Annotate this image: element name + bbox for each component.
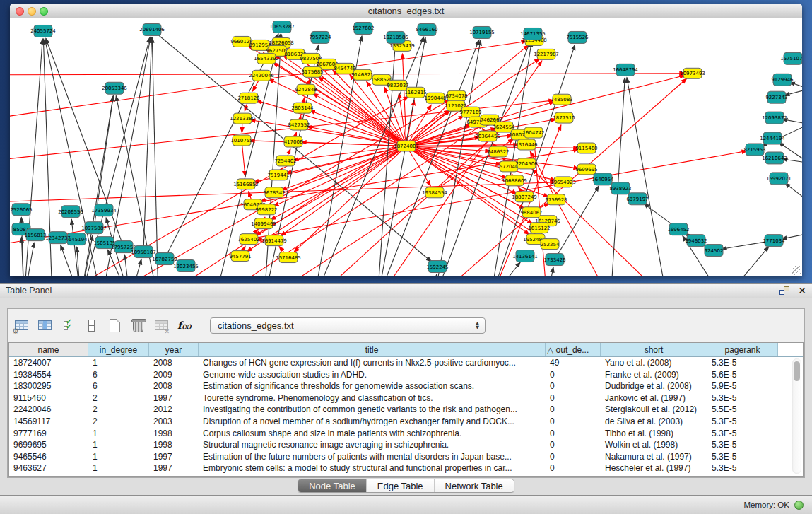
graph-node[interactable]: 1696452 <box>667 223 689 235</box>
graph-node[interactable]: 9115460 <box>575 143 597 153</box>
graph-node[interactable]: 7625402 <box>237 234 259 245</box>
graph-node[interactable]: 16543392 <box>254 53 279 64</box>
show-column-icon[interactable] <box>35 316 54 334</box>
graph-node[interactable]: 15716485 <box>276 252 301 263</box>
network-graph[interactable]: 1872400796601288912954182260589627509165… <box>10 18 802 276</box>
graph-node[interactable]: 24055724 <box>30 25 56 37</box>
column-header-out_de[interactable]: △ out_de... <box>546 343 601 356</box>
graph-node[interactable]: 9777169 <box>459 107 481 117</box>
column-header-pagerank[interactable]: pagerank <box>707 343 778 356</box>
close-panel-icon[interactable]: ✕ <box>798 286 806 296</box>
graph-node[interactable]: 1615122 <box>528 223 550 233</box>
graph-node[interactable]: 16210643 <box>762 152 787 164</box>
citation-edge-black[interactable] <box>71 219 81 276</box>
graph-node[interactable]: 1527602 <box>352 22 374 34</box>
tab-edge-table[interactable]: Edge Table <box>366 479 434 492</box>
column-header-year[interactable]: year <box>149 343 199 356</box>
function-builder-icon[interactable]: f(x) <box>175 316 194 334</box>
table-scrollbar-thumb[interactable] <box>794 361 800 381</box>
graph-node[interactable]: 10719155 <box>469 26 495 38</box>
citation-edge-black[interactable] <box>724 247 769 276</box>
graph-node[interactable]: 9998222 <box>255 204 277 215</box>
graph-node[interactable]: 1592245 <box>426 261 448 273</box>
graph-node[interactable]: 8938923 <box>609 182 631 194</box>
graph-node[interactable]: 8215953 <box>743 144 765 156</box>
graph-node[interactable]: 7254402 <box>274 156 296 166</box>
graph-node[interactable]: 1316446 <box>515 139 537 150</box>
graph-node[interactable]: 1162815 <box>404 87 426 98</box>
table-row[interactable]: 2242004622012Investigating the contribut… <box>9 404 792 416</box>
zoom-window-button[interactable] <box>40 7 48 16</box>
graph-node[interactable]: 8466160 <box>416 23 437 35</box>
graph-node[interactable]: 19654923 <box>551 177 576 187</box>
graph-node[interactable]: 6734078 <box>445 90 467 101</box>
graph-node[interactable]: 1640954 <box>592 173 614 185</box>
graph-node[interactable]: 9756928 <box>545 194 567 205</box>
graph-node[interactable]: 7486322 <box>487 146 509 157</box>
graph-node[interactable]: 12342737 <box>45 232 71 244</box>
graph-node[interactable]: 417006 <box>284 136 303 147</box>
graph-node[interactable]: 3175685 <box>301 66 323 77</box>
column-header-title[interactable]: title <box>199 343 546 356</box>
table-row[interactable]: 911546021997Tourette syndrome. Phenomeno… <box>9 392 792 404</box>
graph-node[interactable]: 1604742 <box>522 127 544 138</box>
graph-node[interactable]: 20053346 <box>102 82 127 94</box>
table-row[interactable]: 946362711997Embryonic stem cells: a mode… <box>9 462 792 474</box>
graph-node[interactable]: 14671355 <box>520 28 546 40</box>
graph-node[interactable]: 1877510 <box>553 112 575 123</box>
minimize-window-button[interactable] <box>28 7 36 16</box>
citation-edge-black[interactable] <box>377 37 425 276</box>
table-row[interactable]: 946554611997Estimation of the future num… <box>9 451 792 463</box>
graph-node[interactable]: 19384554 <box>422 187 447 198</box>
graph-node[interactable]: 9457791 <box>229 251 251 262</box>
graph-node[interactable]: 12023455 <box>173 260 199 272</box>
graph-node[interactable]: 7485083 <box>551 94 572 105</box>
graph-node[interactable]: 12217987 <box>534 49 559 59</box>
graph-node[interactable]: 1156813 <box>24 229 46 241</box>
graph-node[interactable]: 20691406 <box>139 23 165 35</box>
table-row[interactable]: 1830029562008Estimation of significance … <box>9 380 792 392</box>
graph-node[interactable]: 9822037 <box>387 80 408 90</box>
graph-node[interactable]: 2526065 <box>10 204 32 216</box>
graph-node[interactable]: 9699695 <box>575 164 597 175</box>
graph-node[interactable]: 5678342 <box>263 187 285 198</box>
column-header-name[interactable]: name <box>9 343 88 356</box>
graph-node[interactable]: 17359934 <box>91 204 117 216</box>
select-rows-icon[interactable]: ✔ ✔ <box>59 316 77 334</box>
graph-node[interactable]: 12093872 <box>762 112 787 124</box>
tab-network-table[interactable]: Network Table <box>434 479 514 492</box>
citation-edge-black[interactable] <box>24 243 34 276</box>
graph-node[interactable]: 20364456 <box>475 131 500 141</box>
graph-node[interactable]: 2718126 <box>237 93 259 103</box>
graph-node[interactable]: 12444194 <box>760 132 785 144</box>
network-canvas[interactable]: 1872400796601288912954182260589627509165… <box>10 18 802 276</box>
citation-edge-black[interactable] <box>434 41 530 276</box>
table-row[interactable]: 1456911722003Disruption of a novel membe… <box>9 416 792 428</box>
graph-node[interactable]: 9227343 <box>765 91 787 103</box>
table-row[interactable]: 977716911998Corpus callosum shape and si… <box>9 428 792 440</box>
table-scrollbar[interactable] <box>792 358 801 474</box>
graph-node[interactable]: 18724007 <box>394 141 419 151</box>
graph-node[interactable]: 10973493 <box>680 68 705 78</box>
graph-node[interactable]: 2803144 <box>291 103 314 113</box>
citation-edge-black[interactable] <box>547 267 553 276</box>
column-header-short[interactable]: short <box>601 343 707 356</box>
graph-node[interactable]: 16648794 <box>613 64 638 76</box>
graph-node[interactable]: 22420046 <box>249 70 274 81</box>
graph-node[interactable]: 10975887 <box>81 222 107 234</box>
graph-node[interactable]: 10653287 <box>269 21 295 33</box>
graph-node[interactable]: 14136141 <box>512 250 538 262</box>
window-resize-grip[interactable] <box>792 266 801 275</box>
graph-node[interactable]: 7519441 <box>267 170 289 180</box>
graph-node[interactable]: 20206556 <box>58 206 83 218</box>
new-column-icon[interactable] <box>105 316 124 334</box>
citation-edge-red[interactable] <box>264 139 514 276</box>
graph-node[interactable]: 15751074 <box>780 52 802 64</box>
citation-edge-black[interactable] <box>130 259 141 276</box>
graph-node[interactable]: 252254 <box>541 239 560 250</box>
graph-node[interactable]: 12213380 <box>230 113 255 124</box>
graph-node[interactable]: 15166852 <box>233 179 259 189</box>
table-select-dropdown[interactable]: citations_edges.txt ▲▼ <box>210 317 486 334</box>
table-settings-icon[interactable]: ⚙ <box>12 316 30 334</box>
graph-node[interactable]: 8427552 <box>288 119 310 130</box>
